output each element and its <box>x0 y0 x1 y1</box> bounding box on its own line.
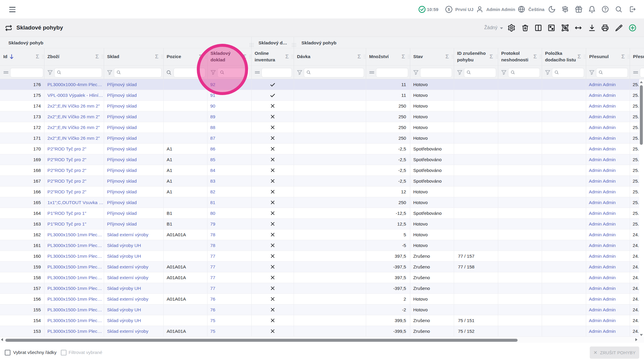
svg-text:$: $ <box>448 7 450 12</box>
